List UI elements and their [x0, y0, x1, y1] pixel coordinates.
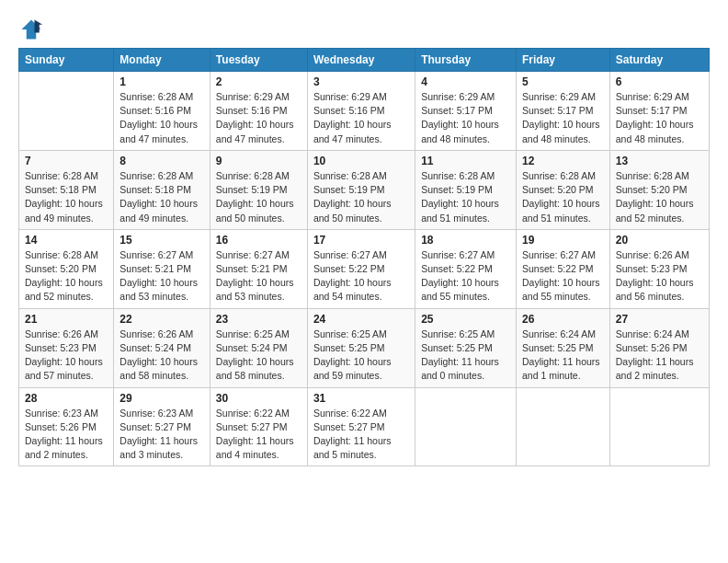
calendar-cell: 25Sunrise: 6:25 AMSunset: 5:25 PMDayligh… — [415, 308, 517, 387]
day-number: 19 — [522, 234, 604, 247]
calendar-cell: 19Sunrise: 6:27 AMSunset: 5:22 PMDayligh… — [516, 229, 609, 308]
day-number: 5 — [522, 75, 604, 88]
day-number: 1 — [119, 75, 204, 88]
header-day-thursday: Thursday — [415, 49, 517, 72]
calendar-cell — [609, 387, 709, 466]
calendar-cell: 5Sunrise: 6:29 AMSunset: 5:17 PMDaylight… — [516, 72, 609, 151]
day-number: 21 — [25, 313, 108, 326]
page: SundayMondayTuesdayWednesdayThursdayFrid… — [0, 0, 728, 476]
day-info: Sunrise: 6:28 AMSunset: 5:20 PMDaylight:… — [25, 248, 108, 304]
header-day-sunday: Sunday — [19, 49, 114, 72]
week-row-4: 21Sunrise: 6:26 AMSunset: 5:23 PMDayligh… — [19, 308, 710, 387]
day-number: 16 — [216, 234, 301, 247]
day-info: Sunrise: 6:28 AMSunset: 5:18 PMDaylight:… — [25, 169, 108, 225]
day-info: Sunrise: 6:27 AMSunset: 5:21 PMDaylight:… — [216, 248, 301, 304]
day-number: 8 — [119, 155, 204, 167]
header-day-tuesday: Tuesday — [210, 49, 307, 72]
day-number: 24 — [313, 313, 409, 326]
day-number: 20 — [616, 234, 703, 247]
calendar-cell: 28Sunrise: 6:23 AMSunset: 5:26 PMDayligh… — [19, 387, 114, 466]
calendar-cell: 13Sunrise: 6:28 AMSunset: 5:20 PMDayligh… — [609, 150, 709, 229]
day-number: 26 — [522, 313, 604, 326]
day-info: Sunrise: 6:24 AMSunset: 5:26 PMDaylight:… — [616, 327, 703, 384]
day-info: Sunrise: 6:28 AMSunset: 5:19 PMDaylight:… — [216, 169, 301, 225]
header-row: SundayMondayTuesdayWednesdayThursdayFrid… — [19, 49, 710, 72]
calendar-cell: 17Sunrise: 6:27 AMSunset: 5:22 PMDayligh… — [307, 229, 415, 308]
day-info: Sunrise: 6:28 AMSunset: 5:19 PMDaylight:… — [313, 169, 409, 225]
day-info: Sunrise: 6:22 AMSunset: 5:27 PMDaylight:… — [216, 407, 301, 463]
day-number: 13 — [616, 155, 703, 167]
calendar-cell: 15Sunrise: 6:27 AMSunset: 5:21 PMDayligh… — [114, 229, 210, 308]
header-day-saturday: Saturday — [609, 49, 709, 72]
calendar-cell: 4Sunrise: 6:29 AMSunset: 5:17 PMDaylight… — [415, 72, 517, 151]
day-number: 10 — [313, 155, 409, 167]
calendar-cell — [415, 387, 517, 466]
day-info: Sunrise: 6:27 AMSunset: 5:22 PMDaylight:… — [421, 248, 510, 304]
day-number: 18 — [421, 234, 510, 247]
week-row-2: 7Sunrise: 6:28 AMSunset: 5:18 PMDaylight… — [19, 150, 710, 229]
header — [18, 17, 710, 42]
calendar-cell: 14Sunrise: 6:28 AMSunset: 5:20 PMDayligh… — [19, 229, 114, 308]
day-number: 22 — [119, 313, 204, 326]
day-info: Sunrise: 6:27 AMSunset: 5:22 PMDaylight:… — [313, 248, 409, 304]
calendar-cell: 21Sunrise: 6:26 AMSunset: 5:23 PMDayligh… — [19, 308, 114, 387]
calendar-cell: 26Sunrise: 6:24 AMSunset: 5:25 PMDayligh… — [516, 308, 609, 387]
day-number: 17 — [313, 234, 409, 247]
calendar-cell: 20Sunrise: 6:26 AMSunset: 5:23 PMDayligh… — [609, 229, 709, 308]
day-info: Sunrise: 6:29 AMSunset: 5:17 PMDaylight:… — [421, 90, 510, 146]
calendar-cell: 29Sunrise: 6:23 AMSunset: 5:27 PMDayligh… — [114, 387, 210, 466]
day-info: Sunrise: 6:28 AMSunset: 5:16 PMDaylight:… — [119, 90, 204, 146]
calendar-cell: 30Sunrise: 6:22 AMSunset: 5:27 PMDayligh… — [210, 387, 307, 466]
calendar-cell: 27Sunrise: 6:24 AMSunset: 5:26 PMDayligh… — [609, 308, 709, 387]
day-info: Sunrise: 6:29 AMSunset: 5:17 PMDaylight:… — [616, 90, 703, 146]
day-number: 12 — [522, 155, 604, 167]
calendar-cell: 11Sunrise: 6:28 AMSunset: 5:19 PMDayligh… — [415, 150, 517, 229]
calendar-cell: 7Sunrise: 6:28 AMSunset: 5:18 PMDaylight… — [19, 150, 114, 229]
day-info: Sunrise: 6:29 AMSunset: 5:16 PMDaylight:… — [216, 90, 301, 146]
day-info: Sunrise: 6:29 AMSunset: 5:16 PMDaylight:… — [313, 90, 409, 146]
calendar-cell: 8Sunrise: 6:28 AMSunset: 5:18 PMDaylight… — [114, 150, 210, 229]
calendar-cell: 12Sunrise: 6:28 AMSunset: 5:20 PMDayligh… — [516, 150, 609, 229]
day-info: Sunrise: 6:23 AMSunset: 5:26 PMDaylight:… — [25, 407, 108, 463]
day-info: Sunrise: 6:27 AMSunset: 5:21 PMDaylight:… — [119, 248, 204, 304]
week-row-5: 28Sunrise: 6:23 AMSunset: 5:26 PMDayligh… — [19, 387, 710, 466]
header-day-friday: Friday — [516, 49, 609, 72]
header-day-wednesday: Wednesday — [307, 49, 415, 72]
day-number: 6 — [616, 75, 703, 88]
day-number: 25 — [421, 313, 510, 326]
day-info: Sunrise: 6:25 AMSunset: 5:25 PMDaylight:… — [313, 327, 409, 384]
day-info: Sunrise: 6:27 AMSunset: 5:22 PMDaylight:… — [522, 248, 604, 304]
calendar-cell: 18Sunrise: 6:27 AMSunset: 5:22 PMDayligh… — [415, 229, 517, 308]
day-number: 30 — [216, 392, 301, 405]
calendar-cell: 1Sunrise: 6:28 AMSunset: 5:16 PMDaylight… — [114, 72, 210, 151]
calendar-cell: 9Sunrise: 6:28 AMSunset: 5:19 PMDaylight… — [210, 150, 307, 229]
calendar-cell: 24Sunrise: 6:25 AMSunset: 5:25 PMDayligh… — [307, 308, 415, 387]
day-number: 29 — [119, 392, 204, 405]
day-number: 31 — [313, 392, 409, 405]
week-row-3: 14Sunrise: 6:28 AMSunset: 5:20 PMDayligh… — [19, 229, 710, 308]
day-info: Sunrise: 6:22 AMSunset: 5:27 PMDaylight:… — [313, 407, 409, 463]
calendar-cell: 6Sunrise: 6:29 AMSunset: 5:17 PMDaylight… — [609, 72, 709, 151]
day-info: Sunrise: 6:26 AMSunset: 5:23 PMDaylight:… — [25, 327, 108, 384]
day-number: 7 — [25, 155, 108, 167]
day-number: 27 — [616, 313, 703, 326]
day-number: 23 — [216, 313, 301, 326]
day-info: Sunrise: 6:28 AMSunset: 5:20 PMDaylight:… — [522, 169, 604, 225]
calendar-cell: 31Sunrise: 6:22 AMSunset: 5:27 PMDayligh… — [307, 387, 415, 466]
week-row-1: 1Sunrise: 6:28 AMSunset: 5:16 PMDaylight… — [19, 72, 710, 151]
calendar-cell: 23Sunrise: 6:25 AMSunset: 5:24 PMDayligh… — [210, 308, 307, 387]
day-info: Sunrise: 6:28 AMSunset: 5:20 PMDaylight:… — [616, 169, 703, 225]
calendar-cell: 2Sunrise: 6:29 AMSunset: 5:16 PMDaylight… — [210, 72, 307, 151]
day-number: 15 — [119, 234, 204, 247]
logo-icon — [18, 17, 44, 42]
day-number: 4 — [421, 75, 510, 88]
calendar-cell — [19, 72, 114, 151]
calendar-cell: 16Sunrise: 6:27 AMSunset: 5:21 PMDayligh… — [210, 229, 307, 308]
header-day-monday: Monday — [114, 49, 210, 72]
calendar-table: SundayMondayTuesdayWednesdayThursdayFrid… — [18, 48, 710, 466]
calendar-cell — [516, 387, 609, 466]
day-number: 3 — [313, 75, 409, 88]
day-number: 14 — [25, 234, 108, 247]
calendar-cell: 10Sunrise: 6:28 AMSunset: 5:19 PMDayligh… — [307, 150, 415, 229]
day-number: 11 — [421, 155, 510, 167]
